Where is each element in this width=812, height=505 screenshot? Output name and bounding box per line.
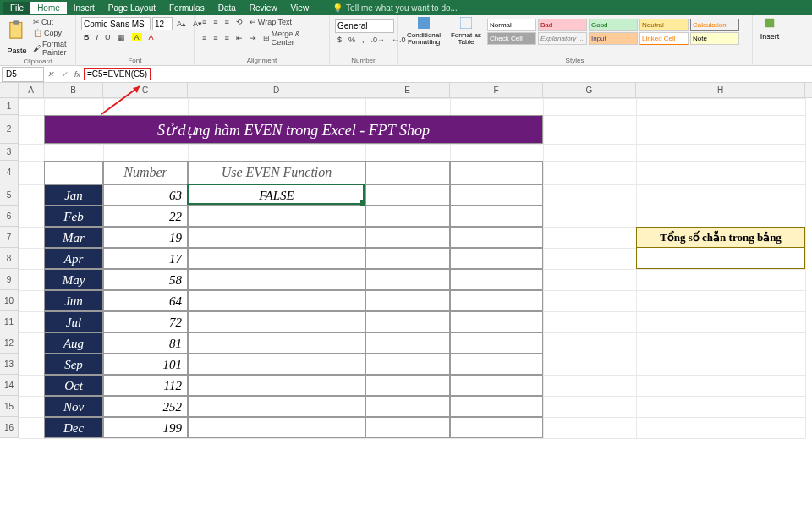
- percent-button[interactable]: %: [346, 35, 358, 45]
- tab-formulas[interactable]: Formulas: [162, 2, 211, 14]
- tab-file[interactable]: File: [3, 2, 30, 14]
- col-header-G[interactable]: G: [543, 83, 636, 97]
- merge-center-button[interactable]: ⊞Merge & Center: [261, 29, 324, 47]
- style-input[interactable]: Input: [589, 32, 638, 45]
- style-bad[interactable]: Bad: [538, 19, 587, 31]
- enter-formula-button[interactable]: ✓: [58, 70, 71, 79]
- align-center-button[interactable]: ≡: [211, 33, 220, 43]
- tell-me-label: Tell me what you want to do...: [346, 3, 458, 13]
- conditional-formatting-button[interactable]: Conditional Formatting: [403, 17, 445, 46]
- group-number: $ % , .0→ ←.0 Number: [330, 15, 398, 66]
- tab-view[interactable]: View: [284, 2, 316, 14]
- format-as-table-button[interactable]: Format as Table: [447, 17, 486, 46]
- row-header-11[interactable]: 11: [0, 311, 19, 332]
- fill-color-button[interactable]: A: [129, 32, 145, 42]
- cancel-formula-button[interactable]: ✕: [44, 70, 58, 79]
- number-format-select[interactable]: [335, 19, 394, 33]
- row-header-10[interactable]: 10: [0, 290, 19, 311]
- col-header-A[interactable]: A: [19, 83, 44, 97]
- style-calculation[interactable]: Calculation: [690, 19, 739, 31]
- row-header-3[interactable]: 3: [0, 144, 19, 161]
- border-button[interactable]: ▦: [115, 32, 128, 42]
- cell-f-5: [450, 184, 543, 206]
- insert-cells-button[interactable]: Insert: [758, 17, 782, 41]
- row-header-8[interactable]: 8: [0, 248, 19, 269]
- row-header-12[interactable]: 12: [0, 332, 19, 354]
- bold-button[interactable]: B: [81, 32, 92, 42]
- col-header-C[interactable]: C: [103, 83, 188, 97]
- clipboard-group-label: Clipboard: [5, 58, 70, 65]
- align-right-button[interactable]: ≡: [222, 33, 232, 43]
- cut-button[interactable]: ✂Cut: [30, 17, 70, 27]
- font-color-button[interactable]: A: [146, 32, 156, 42]
- row-header-16[interactable]: 16: [0, 417, 19, 438]
- paste-button[interactable]: Paste: [5, 19, 29, 55]
- col-header-D[interactable]: D: [188, 83, 365, 97]
- style-normal[interactable]: Normal: [487, 19, 536, 31]
- row-header-5[interactable]: 5: [0, 184, 19, 206]
- align-bottom-button[interactable]: ≡: [222, 17, 232, 27]
- accounting-button[interactable]: $: [335, 35, 344, 45]
- format-painter-button[interactable]: 🖌Format Painter: [30, 39, 70, 58]
- align-middle-button[interactable]: ≡: [211, 17, 220, 27]
- col-header-E[interactable]: E: [365, 83, 450, 97]
- font-name-select[interactable]: [81, 17, 151, 30]
- col-header-B[interactable]: B: [44, 83, 103, 97]
- cells-area[interactable]: Sử dụng hàm EVEN trong Excel - FPT ShopN…: [19, 98, 812, 505]
- number-Jun: 64: [103, 290, 188, 311]
- cell-e-5: [365, 184, 450, 206]
- style-check-cell[interactable]: Check Cell: [487, 32, 536, 45]
- result-Nov: [188, 396, 365, 417]
- cell-e-12: [365, 332, 450, 354]
- italic-button[interactable]: I: [94, 32, 102, 42]
- style-note[interactable]: Note: [690, 32, 739, 45]
- style-explanatory[interactable]: Explanatory ...: [538, 32, 587, 45]
- tab-insert[interactable]: Insert: [67, 2, 102, 14]
- cell-e-10: [365, 290, 450, 311]
- copy-button[interactable]: 📋Copy: [30, 28, 70, 38]
- row-header-1[interactable]: 1: [0, 98, 19, 115]
- formula-input[interactable]: =C5=EVEN(C5): [84, 68, 151, 80]
- font-size-select[interactable]: [152, 17, 173, 30]
- tell-me-search[interactable]: 💡 Tell me what you want to do...: [332, 3, 458, 13]
- tab-page-layout[interactable]: Page Layout: [102, 2, 162, 14]
- underline-button[interactable]: U: [102, 32, 113, 42]
- wrap-icon: ↩: [250, 18, 256, 26]
- cell-e-6: [365, 206, 450, 227]
- align-left-button[interactable]: ≡: [200, 33, 209, 43]
- name-box[interactable]: [2, 67, 44, 82]
- row-header-7[interactable]: 7: [0, 227, 19, 248]
- cell-f-14: [450, 375, 543, 396]
- result-Feb: [188, 206, 365, 227]
- orientation-button[interactable]: ⟲: [233, 17, 245, 27]
- col-header-F[interactable]: F: [450, 83, 543, 97]
- header-number: Number: [103, 161, 188, 184]
- indent-inc-button[interactable]: ⇥: [247, 33, 259, 43]
- col-header-H[interactable]: H: [636, 83, 805, 97]
- row-header-14[interactable]: 14: [0, 375, 19, 396]
- row-header-4[interactable]: 4: [0, 161, 19, 184]
- row-header-2[interactable]: 2: [0, 115, 19, 144]
- increase-font-button[interactable]: A▴: [174, 19, 189, 29]
- select-all-corner[interactable]: [0, 83, 19, 97]
- tab-data[interactable]: Data: [211, 2, 243, 14]
- row-header-13[interactable]: 13: [0, 354, 19, 375]
- style-neutral[interactable]: Neutral: [639, 19, 689, 31]
- row-header-15[interactable]: 15: [0, 396, 19, 417]
- style-linked-cell[interactable]: Linked Cell: [639, 32, 689, 45]
- svg-rect-1: [13, 20, 19, 25]
- number-Mar: 19: [103, 227, 188, 248]
- inc-decimal-button[interactable]: .0→: [369, 35, 388, 45]
- style-good[interactable]: Good: [589, 19, 638, 31]
- align-top-button[interactable]: ≡: [200, 17, 209, 27]
- tab-review[interactable]: Review: [243, 2, 284, 14]
- indent-dec-button[interactable]: ⇤: [233, 33, 245, 43]
- comma-button[interactable]: ,: [359, 35, 367, 45]
- tab-home[interactable]: Home: [30, 2, 67, 14]
- row-header-9[interactable]: 9: [0, 269, 19, 290]
- fx-button[interactable]: fx: [71, 70, 84, 79]
- row-header-6[interactable]: 6: [0, 206, 19, 227]
- group-font: A▴ A▾ B I U ▦ A A Font: [76, 15, 195, 66]
- wrap-text-button[interactable]: ↩Wrap Text: [247, 17, 294, 27]
- month-Apr: Apr: [44, 248, 103, 269]
